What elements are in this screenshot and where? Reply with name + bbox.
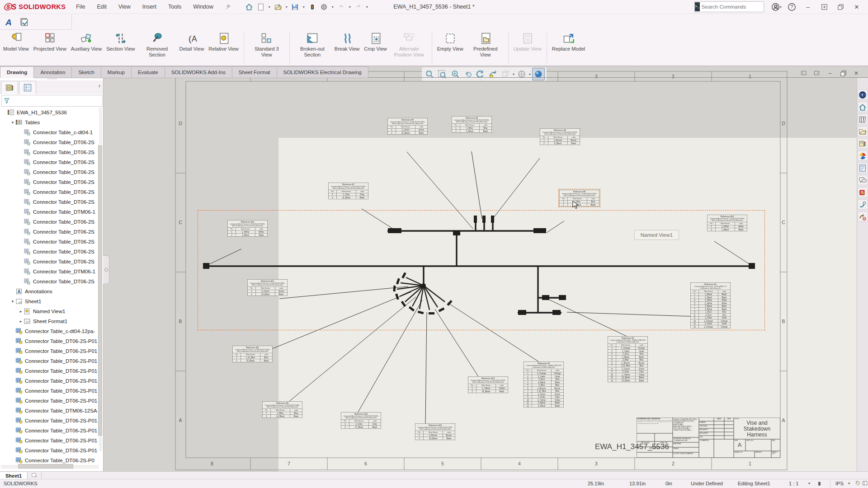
file-explorer-icon[interactable] <box>858 126 868 136</box>
save-button[interactable] <box>290 1 301 12</box>
search-commands-box[interactable]: >_ ▾ <box>694 1 764 12</box>
panel-flyout-grip[interactable] <box>103 255 109 284</box>
connector-table[interactable]: Reference #12ComponentName:Deutsch - DT0… <box>247 279 288 296</box>
auxiliary-view-button[interactable]: Auxiliary View <box>69 30 104 66</box>
tree-item[interactable]: Connector Table_DT06-2S-P01 <box>0 416 98 426</box>
tree-item[interactable]: Connector Table_DT06-2S <box>0 217 98 227</box>
tree-item[interactable]: Connector Table_DT06-2S-P01 <box>0 446 98 455</box>
connector-table[interactable]: Reference #14ComponentName:Deutsch - DT0… <box>468 376 508 393</box>
tab-solidworks-add-ins[interactable]: SOLIDWORKS Add-Ins <box>165 66 232 78</box>
break-view-button[interactable]: Break View <box>332 30 362 66</box>
relative-view-button[interactable]: Relative View <box>206 30 241 66</box>
resources-icon[interactable] <box>858 89 868 100</box>
featuremanager-tree-tab[interactable] <box>1 81 18 94</box>
tree-item[interactable]: Connector Table_DT06-2S-P01 <box>0 386 98 396</box>
tree-expand-arrow[interactable]: ▸ <box>18 319 24 324</box>
tree-item[interactable]: Connector Table_DT06-2S <box>0 177 98 187</box>
appearances-icon[interactable] <box>858 150 868 161</box>
tree-item[interactable]: Connector Table_DT06-2S-P01 <box>0 356 98 366</box>
tree-item[interactable]: Connector Table_DT06-2S-P01 <box>0 426 98 436</box>
tree-expand-arrow[interactable]: ▾ <box>10 299 15 304</box>
tree-item[interactable]: Connector Table_DT06-2S-P01 <box>0 346 98 356</box>
minimize-button[interactable]: – <box>803 2 813 12</box>
tree-item[interactable]: Connector Table_DT06-2S-P01 <box>0 396 98 406</box>
zoom-area-button[interactable] <box>436 68 448 80</box>
restore-button[interactable] <box>819 2 829 12</box>
tree-item[interactable]: Connector Table_DTM06-1 <box>0 267 98 277</box>
search-input[interactable] <box>700 4 773 9</box>
tree-expand-arrow[interactable]: ▸ <box>18 309 24 314</box>
tree-expand-arrow[interactable]: ▾ <box>10 120 15 125</box>
tree-item[interactable]: Connector Table_DT06-2S-P0 <box>0 455 98 465</box>
tree-filter-box[interactable] <box>1 95 103 107</box>
format-painter-icon[interactable]: A <box>3 16 14 28</box>
tree-item[interactable]: EWA_H1_3457_5536 <box>0 108 98 117</box>
display-style-button[interactable] <box>516 68 528 80</box>
projected-view-button[interactable]: Projected View <box>31 30 69 66</box>
connector-table[interactable]: Reference #2ComponentName:DEUTSCH - DTM0… <box>524 361 564 407</box>
recover-icon[interactable]: @ <box>858 211 868 222</box>
tree-item[interactable]: Connector Table_DT06-2S-P01 <box>0 336 98 346</box>
zoom-in-out-button[interactable] <box>449 68 461 80</box>
tree-hscrollbar-thumb[interactable] <box>18 464 73 469</box>
view-3d-button[interactable] <box>487 68 499 80</box>
scale-caret-icon[interactable]: ▴ <box>808 481 810 485</box>
window-minimize-button[interactable]: – <box>826 69 835 77</box>
previous-pane-button[interactable] <box>799 69 808 77</box>
broken-out-section-button[interactable]: Broken-out Section <box>292 30 332 66</box>
custom-properties-icon[interactable] <box>858 163 868 173</box>
connector-table[interactable]: Reference #11ComponentName:Deutsch - DT0… <box>232 346 273 362</box>
tree-item[interactable]: ▾Sheet1 <box>0 296 98 306</box>
open-document-button[interactable] <box>273 1 283 12</box>
connector-table[interactable]: Reference #16ComponentName:Deutsch - DT0… <box>707 215 747 231</box>
connector-table[interactable]: Reference #1ComponentName:Deutsch - DT04… <box>690 282 731 328</box>
connector-table[interactable]: Reference #15ComponentName:Deutsch - DT0… <box>415 423 455 440</box>
tree-item[interactable]: Connector Table_DT06-2S-P01 <box>0 366 98 376</box>
connector-table[interactable]: Reference #13ComponentName:Deutsch - DT0… <box>227 220 268 236</box>
panel-expand-icon[interactable]: › <box>99 82 100 89</box>
tree-scrollbar-thumb[interactable] <box>98 145 102 436</box>
forum-icon[interactable] <box>858 175 868 185</box>
tree-item[interactable]: Connector Table_DT06-2S-P01 <box>0 376 98 386</box>
empty-view-button[interactable]: Empty View <box>435 30 466 66</box>
connector-table[interactable]: Reference #7ComponentName:Deutsch - DT06… <box>328 183 368 199</box>
tree-item[interactable]: Connector Table_DT06-2S <box>0 227 98 237</box>
crop-view-button[interactable]: Crop View <box>362 30 389 66</box>
connector-table[interactable]: Reference #9ComponentName:Deutsch - DT06… <box>262 401 302 418</box>
tab-annotation[interactable]: Annotation <box>34 66 72 78</box>
tree-item[interactable]: Connector Table_DT06-2S-P01 <box>0 436 98 446</box>
tree-item[interactable]: Connector Table_DT06-2S <box>0 197 98 207</box>
home-button[interactable] <box>244 1 255 12</box>
menu-file[interactable]: File <box>70 0 91 14</box>
connector-table[interactable]: Reference #5ComponentName:Deutsch - DT06… <box>452 116 492 132</box>
tree-item[interactable]: Connector Table_DT06-2S <box>0 147 98 157</box>
home-tp-icon[interactable] <box>858 102 868 112</box>
design-library-icon[interactable] <box>858 114 868 124</box>
tab-solidworks-electrical-drawing[interactable]: SOLIDWORKS Electrical Drawing <box>277 66 368 78</box>
units-caret-icon[interactable]: ▴ <box>848 481 850 485</box>
batch-sheets-icon[interactable] <box>18 16 30 28</box>
menu-insert[interactable]: Insert <box>137 0 162 14</box>
tab-markup[interactable]: Markup <box>101 66 132 78</box>
display-manager-tab[interactable] <box>19 81 36 94</box>
apply-scene-button[interactable] <box>532 68 545 80</box>
tree-item[interactable]: AAnnotations <box>0 286 98 296</box>
tree-item[interactable]: Connector Table_c-dt04-1 <box>0 127 98 137</box>
tab-evaluate[interactable]: Evaluate <box>132 66 165 78</box>
dropdown-caret-icon[interactable]: ▾ <box>513 72 514 76</box>
connector-table[interactable]: Reference #3ComponentName:DEUTSCH - DTM0… <box>608 336 648 382</box>
menu-view[interactable]: View <box>113 0 137 14</box>
help-icon[interactable]: ? <box>787 2 797 12</box>
close-button[interactable]: ✕ <box>852 2 862 12</box>
options-button[interactable] <box>319 1 330 12</box>
dropdown-caret-icon[interactable]: ▾ <box>330 1 335 12</box>
view-palette-icon[interactable] <box>858 138 868 149</box>
pin-menu-icon[interactable] <box>223 1 234 12</box>
tree-item[interactable]: Connector Table_DT06-2S <box>0 157 98 167</box>
dropdown-caret-icon[interactable]: ▾ <box>348 1 352 12</box>
tree-item[interactable]: Connector Table_DTM06-1 <box>0 207 98 217</box>
predefined-view-button[interactable]: Predefined View <box>466 30 505 66</box>
connector-table[interactable]: Reference #8ComponentName:Deutsch - DT06… <box>559 190 599 206</box>
tab-drawing[interactable]: Drawing <box>0 66 34 78</box>
tree-item[interactable]: Connector Table_DT06-2S <box>0 277 98 286</box>
